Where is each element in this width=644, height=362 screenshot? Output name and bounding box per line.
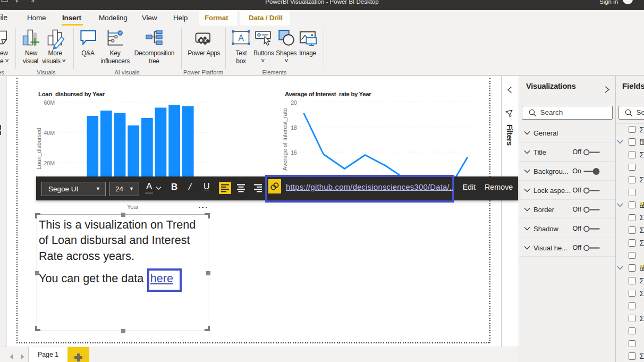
svg-text:Year: Year <box>127 204 139 210</box>
svg-text:Loan_disbursed by Year: Loan_disbursed by Year <box>38 91 105 97</box>
svg-text:A: A <box>238 33 244 43</box>
svg-text:18: 18 <box>291 124 297 131</box>
svg-text:20: 20 <box>291 99 297 106</box>
svg-text:Average of Interest_rate by Ye: Average of Interest_rate by Year <box>285 91 371 97</box>
svg-text:Average of Interest_rate: Average of Interest_rate <box>282 108 288 171</box>
svg-text:20M: 20M <box>44 160 55 166</box>
svg-text:Loan_disbursed: Loan_disbursed <box>36 128 42 169</box>
svg-text:16: 16 <box>291 149 297 156</box>
svg-text:40M: 40M <box>44 130 55 136</box>
svg-text:60M: 60M <box>44 99 55 106</box>
